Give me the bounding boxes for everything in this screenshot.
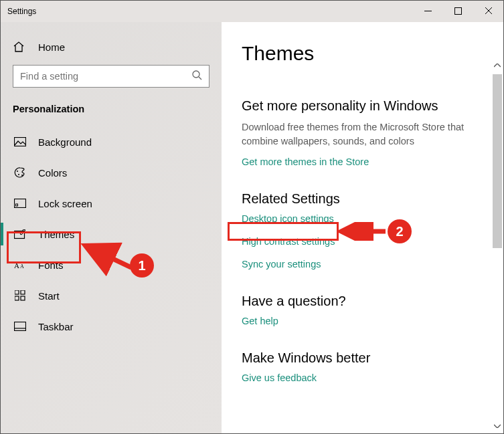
search-field[interactable] — [20, 71, 191, 82]
sidebar-item-label: Lock screen — [38, 198, 92, 209]
home-label: Home — [38, 41, 65, 53]
picture-icon — [13, 137, 27, 146]
svg-rect-19 — [15, 322, 26, 331]
personality-body: Download free themes from the Microsoft … — [242, 120, 483, 148]
svg-point-4 — [193, 71, 199, 78]
svg-rect-17 — [15, 296, 19, 300]
maximize-button[interactable] — [443, 1, 473, 21]
sidebar-item-colors[interactable]: Colors — [1, 157, 222, 188]
search-input[interactable] — [13, 65, 209, 88]
lock-screen-icon — [13, 199, 27, 208]
svg-rect-1 — [455, 7, 462, 14]
section-heading-personality: Get more personality in Windows — [242, 98, 483, 114]
home-icon — [13, 41, 27, 53]
title-bar: Settings — [1, 1, 503, 22]
sidebar-item-label: Background — [38, 136, 92, 148]
start-grid-icon — [13, 290, 27, 301]
sidebar-item-taskbar[interactable]: Taskbar — [1, 311, 222, 342]
taskbar-icon — [13, 322, 27, 331]
page-title: Themes — [242, 42, 483, 65]
svg-point-8 — [18, 174, 19, 175]
svg-rect-6 — [15, 138, 26, 146]
pen-screen-icon — [13, 229, 27, 239]
sidebar-item-themes[interactable]: Themes — [1, 219, 222, 249]
vertical-scrollbar[interactable] — [493, 61, 502, 431]
close-button[interactable] — [473, 1, 503, 21]
minimize-button[interactable] — [413, 1, 443, 21]
link-sync-your-settings[interactable]: Sync your settings — [242, 259, 483, 269]
sidebar: Home Personalization Background Colors — [1, 22, 222, 433]
link-get-help[interactable]: Get help — [242, 316, 483, 326]
sidebar-item-fonts[interactable]: AA Fonts — [1, 249, 222, 280]
section-heading-related: Related Settings — [242, 191, 483, 207]
link-high-contrast-settings[interactable]: High contrast settings — [242, 236, 483, 247]
svg-text:A: A — [20, 263, 24, 269]
link-desktop-icon-settings[interactable]: Desktop icon settings — [242, 213, 483, 224]
window-title: Settings — [7, 7, 36, 16]
scroll-up-icon[interactable] — [493, 61, 502, 70]
link-give-feedback[interactable]: Give us feedback — [242, 372, 483, 383]
sidebar-item-label: Colors — [38, 167, 67, 179]
svg-rect-18 — [21, 296, 25, 300]
svg-point-9 — [21, 175, 23, 176]
fonts-icon: AA — [13, 260, 27, 270]
svg-rect-15 — [15, 290, 19, 294]
svg-rect-16 — [21, 290, 25, 294]
section-heading-question: Have a question? — [242, 294, 483, 309]
section-heading-better: Make Windows better — [242, 350, 483, 366]
link-get-more-themes[interactable]: Get more themes in the Store — [242, 156, 483, 167]
sidebar-item-lock-screen[interactable]: Lock screen — [1, 188, 222, 219]
svg-point-7 — [17, 171, 18, 172]
search-icon — [191, 70, 202, 83]
sidebar-item-label: Fonts — [38, 259, 64, 271]
svg-rect-11 — [16, 204, 18, 206]
sidebar-item-label: Taskbar — [38, 321, 74, 332]
palette-icon — [13, 167, 27, 179]
scroll-thumb[interactable] — [493, 74, 502, 248]
svg-text:A: A — [14, 261, 19, 269]
sidebar-item-label: Themes — [38, 229, 74, 240]
sidebar-item-background[interactable]: Background — [1, 126, 222, 157]
sidebar-item-start[interactable]: Start — [1, 280, 222, 311]
main-pane: Themes Get more personality in Windows D… — [222, 22, 503, 433]
svg-rect-12 — [15, 231, 25, 238]
scroll-down-icon[interactable] — [493, 421, 502, 431]
sidebar-item-label: Start — [38, 290, 60, 302]
svg-rect-10 — [15, 199, 26, 208]
svg-line-5 — [199, 77, 201, 80]
home-button[interactable]: Home — [1, 35, 222, 58]
section-title: Personalization — [1, 100, 222, 126]
